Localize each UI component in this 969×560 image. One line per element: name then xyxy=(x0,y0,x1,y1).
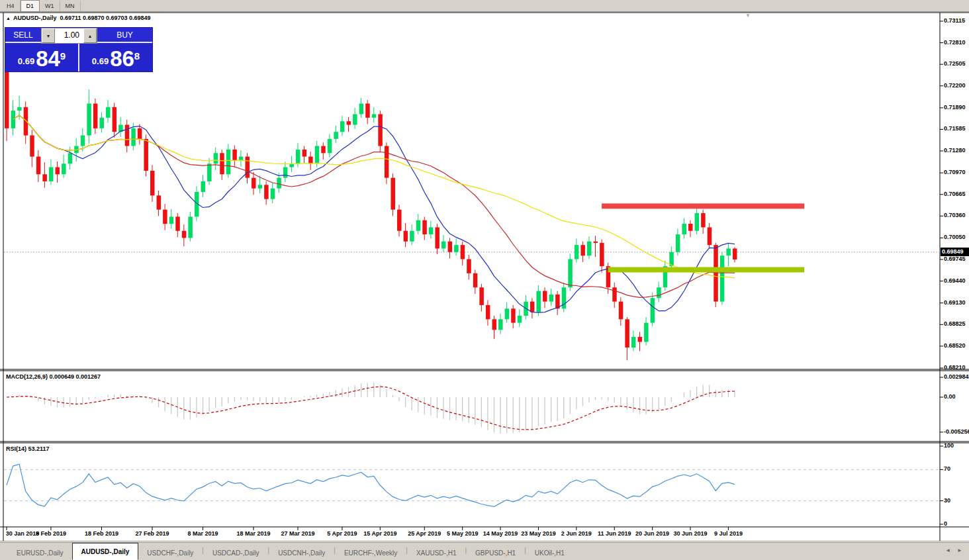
candle-body xyxy=(365,103,370,117)
candle-body xyxy=(441,242,446,249)
macd-signal-line xyxy=(7,387,735,430)
candle-body xyxy=(353,114,357,124)
candle-body xyxy=(30,136,34,157)
chart-title: ▲AUDUSD-,Daily 0.69711 0.69870 0.69703 0… xyxy=(6,15,151,21)
candle-body xyxy=(372,114,377,117)
candle-body xyxy=(87,103,91,135)
moving-average-10 xyxy=(13,115,735,312)
candle-body xyxy=(113,107,117,132)
candle-body xyxy=(214,153,218,163)
candle-body xyxy=(505,308,510,319)
tab-scroll-left-icon[interactable]: ◄ xyxy=(945,547,950,553)
candle-body xyxy=(619,302,623,320)
rsi-line xyxy=(7,464,735,506)
candle-body xyxy=(518,316,522,323)
buy-button[interactable]: BUY xyxy=(97,28,152,43)
candle-body xyxy=(150,171,155,195)
chart-canvas[interactable] xyxy=(0,0,969,560)
candle-body xyxy=(448,242,453,252)
candle-body xyxy=(422,220,427,234)
sell-price-pip: 9 xyxy=(60,50,66,62)
candle-body xyxy=(378,114,383,146)
candle-body xyxy=(17,107,21,111)
candle-body xyxy=(277,178,281,189)
candle-body xyxy=(644,323,649,342)
candle-body xyxy=(36,157,41,175)
tab-scroll-right-icon[interactable]: ► xyxy=(957,547,962,553)
candle-body xyxy=(479,287,484,305)
volume-input[interactable]: 1.00 xyxy=(55,28,83,43)
buy-price-display[interactable]: 0.69 86 8 xyxy=(79,44,152,71)
candle-body xyxy=(125,125,130,146)
candle-body xyxy=(93,103,98,128)
chart-shift-marker-icon[interactable]: ▼ xyxy=(745,13,751,19)
sell-price-prefix: 0.69 xyxy=(18,56,34,66)
candle-body xyxy=(81,136,85,146)
candle-body xyxy=(708,227,712,245)
candle-body xyxy=(220,153,224,174)
one-click-trade-panel: SELL ▼ 1.00 ▲ BUY 0.69 84 9 0.69 86 8 xyxy=(5,28,152,71)
candle-body xyxy=(467,259,471,273)
candle-body xyxy=(594,242,598,243)
candle-body xyxy=(397,210,402,231)
candle-body xyxy=(106,107,111,118)
candle-body xyxy=(498,319,503,330)
candle-body xyxy=(188,216,193,238)
candle-body xyxy=(138,128,142,139)
support-line xyxy=(608,267,805,273)
candle-body xyxy=(56,167,60,175)
candle-body xyxy=(600,243,604,266)
candle-body xyxy=(258,185,263,188)
candle-body xyxy=(264,185,269,199)
candle-body xyxy=(144,139,148,171)
tab-scroll-controls: ◄ ► xyxy=(945,547,962,553)
candle-body xyxy=(232,150,237,160)
candle-body xyxy=(631,337,636,348)
moving-average-50 xyxy=(13,115,735,278)
candle-body xyxy=(568,259,573,287)
candle-body xyxy=(157,195,162,209)
candle-body xyxy=(359,103,364,114)
candle-body xyxy=(334,132,338,139)
candle-body xyxy=(340,121,345,132)
candle-body xyxy=(530,302,535,312)
candle-body xyxy=(549,295,554,302)
candle-body xyxy=(587,242,592,256)
candle-body xyxy=(99,118,104,128)
candle-body xyxy=(688,224,693,231)
candle-body xyxy=(575,245,579,259)
candle-body xyxy=(245,157,250,178)
sell-button[interactable]: SELL xyxy=(5,28,41,43)
rsi-indicator-title: RSI(14) 53.2117 xyxy=(6,445,50,452)
candle-body xyxy=(207,163,212,181)
candle-body xyxy=(676,234,680,252)
volume-decrease-icon[interactable]: ▼ xyxy=(42,28,55,43)
candle-body xyxy=(714,245,718,301)
candle-body xyxy=(175,216,180,230)
candle-body xyxy=(543,291,547,302)
macd-indicator-title: MACD(12,26,9) 0.000649 0.001267 xyxy=(6,373,101,380)
sell-price-big: 84 xyxy=(36,48,60,70)
candle-body xyxy=(328,139,332,153)
candle-body xyxy=(536,291,541,312)
sell-price-display[interactable]: 0.69 84 9 xyxy=(5,44,79,71)
candle-body xyxy=(435,227,439,248)
candle-body xyxy=(511,308,516,322)
candle-body xyxy=(201,181,206,192)
candle-body xyxy=(315,146,320,164)
candle-body xyxy=(169,216,174,224)
candle-body xyxy=(296,150,300,163)
candle-body xyxy=(283,167,288,178)
candle-body xyxy=(651,298,655,322)
candle-body xyxy=(410,231,414,242)
volume-increase-icon[interactable]: ▲ xyxy=(83,28,97,43)
candle-body xyxy=(302,150,307,157)
buy-price-big: 86 xyxy=(110,48,134,70)
candle-body xyxy=(625,319,629,348)
candle-body xyxy=(391,178,395,210)
collapse-icon[interactable]: ▲ xyxy=(6,16,11,21)
buy-price-pip: 8 xyxy=(134,50,140,62)
candle-body xyxy=(429,227,434,234)
candle-body xyxy=(682,224,686,234)
candle-body xyxy=(163,210,167,224)
